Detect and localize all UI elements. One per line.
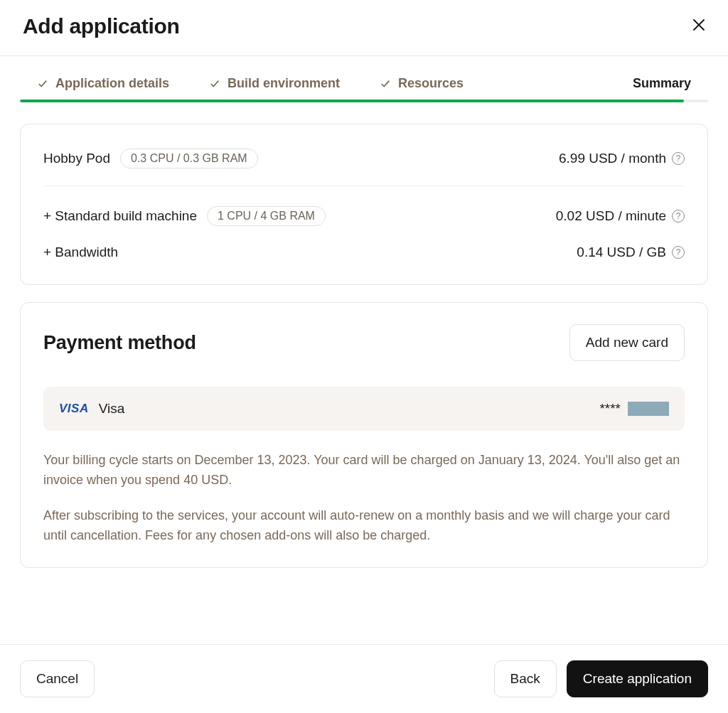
modal-footer: Cancel Back Create application bbox=[0, 644, 728, 713]
item-label: + Standard build machine bbox=[43, 208, 197, 224]
payment-method-card: Payment method Add new card VISA Visa **… bbox=[20, 302, 708, 568]
help-icon[interactable]: ? bbox=[672, 246, 685, 259]
auto-renew-note: After subscribing to the services, your … bbox=[43, 506, 685, 546]
cancel-button[interactable]: Cancel bbox=[20, 660, 95, 697]
back-button[interactable]: Back bbox=[494, 660, 557, 697]
step-summary[interactable]: Summary bbox=[633, 76, 691, 91]
billing-cycle-note: Your billing cycle starts on December 13… bbox=[43, 451, 685, 490]
step-application-details[interactable]: Application details bbox=[37, 76, 169, 91]
close-icon bbox=[692, 17, 705, 35]
progress-bar bbox=[20, 100, 708, 102]
check-icon bbox=[37, 78, 48, 90]
payment-title: Payment method bbox=[43, 332, 196, 354]
item-specs-pill: 0.3 CPU / 0.3 GB RAM bbox=[120, 149, 258, 168]
add-new-card-button[interactable]: Add new card bbox=[569, 324, 685, 361]
wizard-stepper: Application details Build environment Re… bbox=[20, 56, 708, 100]
modal-header: Add application bbox=[0, 0, 728, 56]
item-label: + Bandwidth bbox=[43, 245, 118, 260]
card-mask: **** bbox=[599, 401, 621, 417]
step-label: Summary bbox=[633, 76, 691, 91]
check-icon bbox=[209, 78, 220, 90]
visa-logo-icon: VISA bbox=[59, 402, 89, 416]
step-resources[interactable]: Resources bbox=[380, 76, 464, 91]
summary-row-build-machine: + Standard build machine 1 CPU / 4 GB RA… bbox=[43, 203, 685, 229]
summary-row-bandwidth: + Bandwidth 0.14 USD / GB ? bbox=[43, 242, 685, 263]
create-application-button[interactable]: Create application bbox=[567, 660, 708, 697]
card-brand-label: Visa bbox=[99, 401, 125, 417]
help-icon[interactable]: ? bbox=[672, 152, 685, 165]
check-icon bbox=[380, 78, 391, 90]
step-label: Build environment bbox=[228, 76, 340, 91]
pricing-summary-card: Hobby Pod 0.3 CPU / 0.3 GB RAM 6.99 USD … bbox=[20, 124, 708, 285]
step-build-environment[interactable]: Build environment bbox=[209, 76, 340, 91]
card-last4-redacted bbox=[628, 402, 669, 416]
item-price: 0.14 USD / GB bbox=[577, 245, 666, 260]
saved-card-row[interactable]: VISA Visa **** bbox=[43, 387, 685, 431]
step-label: Application details bbox=[55, 76, 169, 91]
step-label: Resources bbox=[398, 76, 464, 91]
modal-title: Add application bbox=[23, 14, 180, 38]
summary-row-pod: Hobby Pod 0.3 CPU / 0.3 GB RAM 6.99 USD … bbox=[43, 146, 685, 186]
help-icon[interactable]: ? bbox=[672, 210, 685, 223]
progress-fill bbox=[20, 100, 684, 102]
item-price: 0.02 USD / minute bbox=[556, 208, 666, 224]
item-price: 6.99 USD / month bbox=[559, 151, 666, 166]
item-label: Hobby Pod bbox=[43, 151, 110, 166]
close-button[interactable] bbox=[690, 16, 708, 37]
item-specs-pill: 1 CPU / 4 GB RAM bbox=[207, 206, 326, 226]
